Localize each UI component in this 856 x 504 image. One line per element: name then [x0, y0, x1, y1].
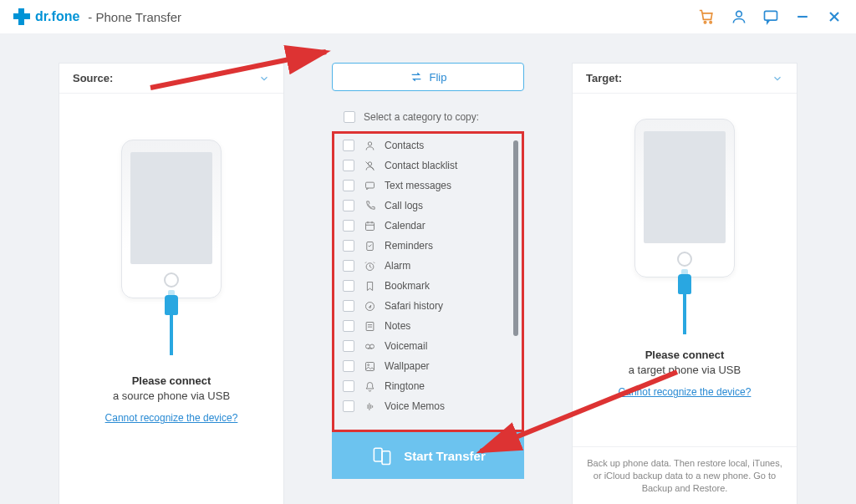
category-label: Call logs [385, 200, 423, 211]
category-label: Voicemail [385, 340, 427, 352]
target-footnote: Back up phone data. Then restore local, … [573, 446, 797, 495]
category-item[interactable]: Contacts [336, 135, 510, 155]
category-checkbox[interactable] [343, 300, 354, 312]
category-checkbox[interactable] [343, 160, 354, 171]
category-checkbox[interactable] [343, 260, 354, 272]
category-checkbox[interactable] [343, 340, 354, 352]
category-checkbox[interactable] [343, 140, 354, 151]
category-label: Reminders [385, 240, 433, 252]
feedback-icon[interactable] [762, 8, 779, 25]
category-label: Calendar [385, 220, 425, 232]
svg-point-0 [704, 22, 706, 23]
source-connect-sub: a source phone via USB [113, 389, 230, 402]
brand-text: dr.fone [35, 9, 79, 24]
flip-label: Flip [430, 71, 447, 84]
svg-rect-24 [365, 362, 374, 370]
category-checkbox[interactable] [343, 400, 354, 412]
window-title-suffix: - Phone Transfer [88, 10, 181, 24]
target-panel: Target: Please connect a target phone vi… [572, 63, 797, 504]
category-item[interactable]: Notes [336, 316, 510, 336]
transfer-devices-icon [370, 444, 394, 467]
svg-point-7 [368, 141, 371, 145]
category-label: Contacts [385, 140, 424, 151]
center-column: Flip Select a category to copy: Contacts… [332, 63, 524, 504]
swap-icon [410, 70, 423, 84]
category-item[interactable]: Wallpaper [336, 356, 510, 376]
account-icon[interactable] [731, 8, 747, 25]
category-checkbox[interactable] [343, 180, 354, 191]
usb-cable-icon [165, 295, 178, 355]
category-item[interactable]: Voice Memos [336, 396, 510, 416]
svg-rect-3 [765, 11, 777, 20]
category-label: Notes [385, 320, 410, 332]
category-list[interactable]: ContactsContact blacklistText messagesCa… [336, 135, 520, 428]
start-transfer-button[interactable]: Start Transfer [332, 432, 524, 479]
category-label: Safari history [385, 300, 443, 312]
category-item[interactable]: Safari history [336, 296, 510, 316]
category-item[interactable]: Ringtone [336, 376, 510, 396]
category-item[interactable]: Bookmark [336, 276, 510, 296]
category-type-icon [363, 219, 376, 232]
category-type-icon [363, 239, 376, 252]
category-checkbox[interactable] [343, 360, 354, 372]
source-help-link[interactable]: Cannot recognize the device? [105, 412, 238, 424]
category-item[interactable]: Reminders [336, 236, 510, 256]
category-checkbox[interactable] [343, 320, 354, 332]
category-type-icon [363, 319, 376, 333]
svg-point-25 [367, 364, 369, 365]
category-highlight-box: ContactsContact blacklistText messagesCa… [332, 131, 524, 432]
category-item[interactable]: Contact blacklist [336, 155, 510, 176]
source-panel-header[interactable]: Source: [59, 64, 283, 94]
category-item[interactable]: Alarm [336, 256, 510, 276]
source-label: Source: [73, 72, 113, 84]
source-panel: Source: Please connect a source phone vi… [59, 63, 284, 504]
cart-icon[interactable] [699, 8, 716, 25]
svg-point-2 [736, 11, 742, 17]
category-label: Voice Memos [385, 400, 445, 412]
category-checkbox[interactable] [343, 220, 354, 232]
category-label: Wallpaper [385, 360, 430, 372]
category-checkbox[interactable] [343, 200, 354, 211]
category-label: Alarm [385, 260, 410, 272]
flip-button[interactable]: Flip [332, 63, 524, 91]
svg-rect-10 [365, 182, 374, 188]
source-connect-heading: Please connect [113, 374, 230, 389]
svg-rect-11 [365, 222, 374, 230]
category-item[interactable]: Call logs [336, 196, 510, 216]
category-checkbox[interactable] [343, 240, 354, 252]
source-phone-graphic [121, 140, 222, 298]
category-type-icon [363, 359, 376, 373]
target-help-link[interactable]: Cannot recognize the device? [619, 386, 752, 398]
target-panel-header[interactable]: Target: [573, 64, 797, 94]
category-label: Ringtone [385, 380, 425, 392]
scrollbar-thumb[interactable] [513, 140, 518, 336]
svg-rect-18 [366, 322, 374, 330]
category-type-icon [363, 379, 376, 393]
svg-point-1 [710, 22, 711, 23]
main-stage: Source: Please connect a source phone vi… [0, 33, 856, 504]
category-type-icon [363, 339, 376, 353]
chevron-down-icon [258, 73, 270, 84]
category-item[interactable]: Calendar [336, 216, 510, 236]
category-type-icon [363, 400, 376, 413]
category-item[interactable]: Text messages [336, 176, 510, 196]
category-label: Text messages [385, 180, 451, 191]
brand-logo: dr.fone - Phone Transfer [13, 8, 181, 25]
category-type-icon [363, 279, 376, 293]
category-item[interactable]: Voicemail [336, 336, 510, 356]
svg-point-22 [369, 344, 374, 349]
category-type-icon [363, 299, 376, 313]
select-all-checkbox[interactable] [344, 111, 355, 123]
select-all-row[interactable]: Select a category to copy: [332, 111, 524, 123]
close-icon[interactable] [826, 8, 843, 25]
svg-rect-33 [382, 451, 390, 465]
category-checkbox[interactable] [343, 280, 354, 292]
category-label: Contact blacklist [385, 160, 457, 171]
category-checkbox[interactable] [343, 380, 354, 392]
category-type-icon [363, 179, 376, 192]
minimize-icon[interactable] [794, 8, 811, 25]
target-phone-graphic [634, 119, 735, 277]
category-label: Bookmark [385, 280, 430, 292]
target-connect-heading: Please connect [629, 348, 741, 363]
target-connect-sub: a target phone via USB [629, 364, 741, 376]
